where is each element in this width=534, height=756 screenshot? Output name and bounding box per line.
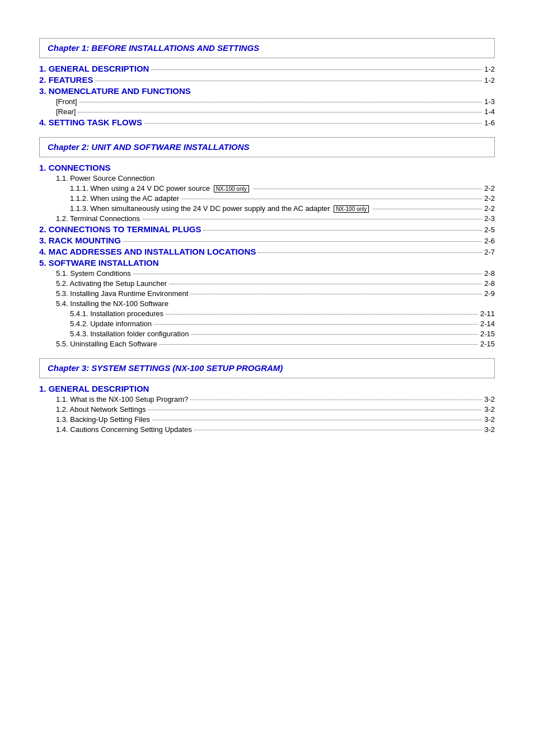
toc-dots (144, 123, 482, 124)
toc-dots (166, 314, 478, 314)
toc-dots (142, 219, 482, 219)
chapter-entries-2: 1. CONNECTIONS1.1. Power Source Connecti… (39, 163, 495, 348)
toc-dots (79, 102, 483, 102)
toc-page-number: 2-7 (484, 248, 495, 256)
toc-entry-label: 5.4.1. Installation procedures (70, 309, 163, 318)
toc-entry: 5.4.1. Installation procedures2-11 (39, 309, 495, 318)
toc-entry: 5.3. Installing Java Runtime Environment… (39, 289, 495, 298)
toc-dots (373, 209, 482, 209)
toc-entry: 1.2. About Network Settings3-2 (39, 405, 495, 414)
toc-page-number: 3-2 (484, 415, 495, 424)
toc-dots (181, 199, 482, 199)
toc-entry-label: 1.2. Terminal Connections (56, 214, 140, 223)
toc-page-number: 2-8 (484, 269, 495, 278)
toc-entry: 2. CONNECTIONS TO TERMINAL PLUGS2-5 (39, 224, 495, 234)
toc-page-number: 1-2 (484, 65, 495, 73)
toc-dots (95, 81, 482, 81)
toc-page-number: 2-15 (480, 340, 495, 348)
chapter-entries-1: 1. GENERAL DESCRIPTION1-22. FEATURES1-23… (39, 64, 495, 127)
toc-page-number: 2-14 (480, 320, 495, 328)
toc-entry-label: 4. MAC ADDRESSES AND INSTALLATION LOCATI… (39, 247, 256, 256)
chapter-label-3[interactable]: Chapter 3: SYSTEM SETTINGS (NX-100 SETUP… (48, 363, 283, 373)
toc-entry: 5.1. System Conditions2-8 (39, 269, 495, 278)
toc-entry: 1.1. Power Source Connection (39, 174, 495, 182)
chapter-label-1[interactable]: Chapter 1: BEFORE INSTALLATIONS AND SETT… (48, 43, 259, 53)
toc-entry: 4. MAC ADDRESSES AND INSTALLATION LOCATI… (39, 247, 495, 256)
toc-dots (258, 252, 482, 253)
toc-dots (151, 69, 482, 70)
toc-dots (133, 274, 483, 274)
toc-entry: [Front]1-3 (39, 97, 495, 106)
toc-entry: 1.1.3. When simultaneously using the 24 … (39, 204, 495, 213)
nx100-badge: NX-100 only (214, 185, 249, 192)
toc-page-number: 1-6 (484, 119, 495, 127)
toc-entry: 1.1. What is the NX-100 Setup Program?3-… (39, 395, 495, 403)
toc-page-number: 2-2 (484, 204, 495, 213)
nx100-badge: NX-100 only (334, 205, 369, 213)
toc-entry-label: 1. GENERAL DESCRIPTION (39, 64, 149, 73)
toc-entry-label: 2. FEATURES (39, 75, 93, 84)
toc-dots (123, 241, 482, 242)
toc-entry: 5.4.2. Update information2-14 (39, 320, 495, 328)
toc-page-number: 2-2 (484, 184, 495, 192)
toc-page-number: 2-8 (484, 279, 495, 288)
toc-entry-label: [Rear] (56, 107, 76, 116)
toc-entry-label: 5.4.2. Update information (70, 320, 152, 328)
toc-page-number: 2-3 (484, 214, 495, 223)
toc-entry: 3. NOMENCLATURE AND FUNCTIONS (39, 86, 495, 96)
toc-entry-label: 5.1. System Conditions (56, 269, 131, 278)
toc-dots (160, 344, 478, 345)
toc-entry: 3. RACK MOUNTING2-6 (39, 236, 495, 245)
toc-entry: 1.1.2. When using the AC adapter2-2 (39, 194, 495, 203)
toc-dots (190, 294, 482, 294)
toc-entry: 5.4.3. Installation folder configuration… (39, 330, 495, 338)
toc-entry: 5. SOFTWARE INSTALLATION (39, 258, 495, 267)
toc-dots (191, 334, 478, 335)
toc-entry: 1.4. Cautions Concerning Setting Updates… (39, 425, 495, 434)
toc-body: Chapter 1: BEFORE INSTALLATIONS AND SETT… (39, 38, 495, 434)
toc-entry: 1.1.1. When using a 24 V DC power source… (39, 184, 495, 192)
toc-page-number: 1-2 (484, 76, 495, 84)
chapter-box-2[interactable]: Chapter 2: UNIT AND SOFTWARE INSTALLATIO… (39, 137, 495, 157)
toc-dots (203, 230, 482, 231)
toc-entry-label: 1.1. What is the NX-100 Setup Program? (56, 395, 188, 403)
toc-page-number: 1-4 (484, 107, 495, 116)
toc-page-number: 3-2 (484, 395, 495, 403)
toc-entry: 1.3. Backing-Up Setting Files3-2 (39, 415, 495, 424)
toc-page-number: 2-2 (484, 194, 495, 203)
toc-page-number: 1-3 (484, 97, 495, 106)
toc-entry-label: 5.2. Activating the Setup Launcher (56, 279, 167, 288)
toc-entry-label: 1.1.3. When simultaneously using the 24 … (70, 204, 371, 213)
toc-entry-label: 3. RACK MOUNTING (39, 236, 121, 245)
chapter-box-3[interactable]: Chapter 3: SYSTEM SETTINGS (NX-100 SETUP… (39, 358, 495, 378)
toc-entry-label: 5. SOFTWARE INSTALLATION (39, 258, 159, 267)
toc-entry-label: 5.3. Installing Java Runtime Environment (56, 289, 188, 298)
toc-page-number: 3-2 (484, 405, 495, 414)
toc-page-number: 2-9 (484, 289, 495, 298)
toc-entry: 1. CONNECTIONS (39, 163, 495, 172)
toc-dots (154, 324, 478, 325)
toc-page-number: 2-6 (484, 237, 495, 245)
toc-dots (148, 410, 482, 410)
chapter-label-2[interactable]: Chapter 2: UNIT AND SOFTWARE INSTALLATIO… (48, 142, 250, 152)
toc-dots (169, 284, 482, 284)
toc-entry-label: 1.1. Power Source Connection (56, 174, 154, 182)
toc-entry-label: 2. CONNECTIONS TO TERMINAL PLUGS (39, 224, 201, 234)
toc-dots (78, 112, 482, 112)
toc-entry-label: 1.3. Backing-Up Setting Files (56, 415, 150, 424)
toc-entry-label: 1.1.2. When using the AC adapter (70, 194, 179, 203)
toc-page-number: 2-11 (480, 309, 495, 318)
chapter-box-1[interactable]: Chapter 1: BEFORE INSTALLATIONS AND SETT… (39, 38, 495, 58)
toc-entry-label: 3. NOMENCLATURE AND FUNCTIONS (39, 86, 191, 96)
toc-page-number: 2-15 (480, 330, 495, 338)
toc-entry-label: 5.4.3. Installation folder configuration (70, 330, 189, 338)
toc-dots (152, 420, 483, 420)
toc-entry: 1. GENERAL DESCRIPTION (39, 384, 495, 393)
toc-entry: 5.4. Installing the NX-100 Software (39, 299, 495, 308)
toc-dots (190, 400, 482, 400)
toc-entry-label: 1. GENERAL DESCRIPTION (39, 384, 149, 393)
chapter-entries-3: 1. GENERAL DESCRIPTION1.1. What is the N… (39, 384, 495, 434)
toc-entry: 5.2. Activating the Setup Launcher2-8 (39, 279, 495, 288)
toc-entry-label: 1.2. About Network Settings (56, 405, 146, 414)
toc-entry-label: 4. SETTING TASK FLOWS (39, 118, 142, 127)
